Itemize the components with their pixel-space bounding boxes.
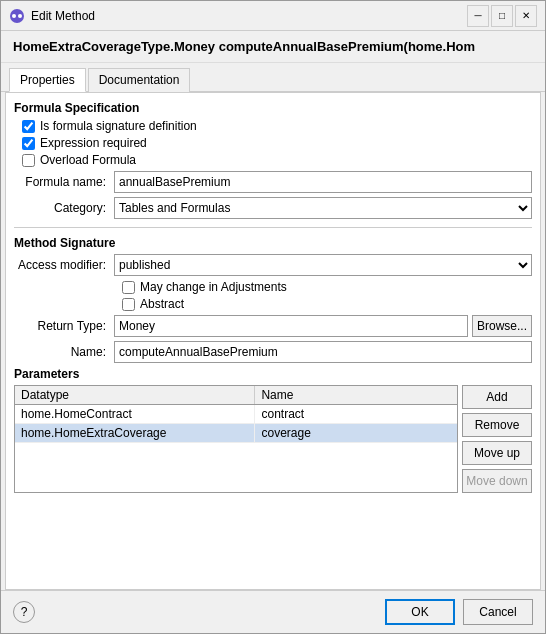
param-name-0: contract (255, 405, 457, 423)
parameters-header: Datatype Name (15, 386, 457, 405)
expression-required-row: Expression required (22, 136, 532, 150)
move-down-button[interactable]: Move down (462, 469, 532, 493)
overload-formula-label: Overload Formula (40, 153, 136, 167)
footer-left: ? (13, 601, 35, 623)
edit-method-dialog: Edit Method ─ □ ✕ HomeExtraCoverageType.… (0, 0, 546, 634)
tab-properties[interactable]: Properties (9, 68, 86, 92)
cancel-button[interactable]: Cancel (463, 599, 533, 625)
remove-button[interactable]: Remove (462, 413, 532, 437)
is-formula-signature-row: Is formula signature definition (22, 119, 532, 133)
overload-formula-row: Overload Formula (22, 153, 532, 167)
ok-button[interactable]: OK (385, 599, 455, 625)
separator-1 (14, 227, 532, 228)
parameters-table: Datatype Name home.HomeContract contract… (14, 385, 458, 493)
param-buttons: Add Remove Move up Move down (462, 385, 532, 493)
is-formula-signature-checkbox[interactable] (22, 120, 35, 133)
category-row: Category: Tables and Formulas None (14, 197, 532, 219)
browse-button[interactable]: Browse... (472, 315, 532, 337)
may-change-adjustments-checkbox[interactable] (122, 281, 135, 294)
window-controls: ─ □ ✕ (467, 5, 537, 27)
return-type-row: Return Type: Browse... (14, 315, 532, 337)
expression-required-label: Expression required (40, 136, 147, 150)
help-button[interactable]: ? (13, 601, 35, 623)
access-modifier-select[interactable]: published internal private (114, 254, 532, 276)
param-datatype-1: home.HomeExtraCoverage (15, 424, 255, 442)
name-row: Name: (14, 341, 532, 363)
abstract-row: Abstract (122, 297, 532, 311)
name-input[interactable] (114, 341, 532, 363)
return-type-input[interactable] (114, 315, 468, 337)
title-bar: Edit Method ─ □ ✕ (1, 1, 545, 31)
minimize-button[interactable]: ─ (467, 5, 489, 27)
add-button[interactable]: Add (462, 385, 532, 409)
dialog-icon (9, 8, 25, 24)
category-select[interactable]: Tables and Formulas None (114, 197, 532, 219)
dialog-footer: ? OK Cancel (1, 590, 545, 633)
category-label: Category: (14, 201, 114, 215)
access-modifier-label: Access modifier: (14, 258, 114, 272)
name-label: Name: (14, 345, 114, 359)
abstract-label: Abstract (140, 297, 184, 311)
formula-name-input[interactable] (114, 171, 532, 193)
maximize-button[interactable]: □ (491, 5, 513, 27)
formula-spec-section: Formula Specification Is formula signatu… (14, 101, 532, 219)
svg-point-2 (18, 14, 22, 18)
svg-point-1 (12, 14, 16, 18)
may-change-adjustments-label: May change in Adjustments (140, 280, 287, 294)
param-datatype-0: home.HomeContract (15, 405, 255, 423)
method-signature-header: HomeExtraCoverageType.Money computeAnnua… (1, 31, 545, 63)
access-modifier-row: Access modifier: published internal priv… (14, 254, 532, 276)
header-datatype: Datatype (15, 386, 255, 404)
parameters-label: Parameters (14, 367, 532, 381)
formula-name-row: Formula name: (14, 171, 532, 193)
may-change-adjustments-row: May change in Adjustments (122, 280, 532, 294)
dialog-title: Edit Method (31, 9, 467, 23)
formula-name-label: Formula name: (14, 175, 114, 189)
move-up-button[interactable]: Move up (462, 441, 532, 465)
close-button[interactable]: ✕ (515, 5, 537, 27)
footer-right: OK Cancel (385, 599, 533, 625)
parameters-table-container: Datatype Name home.HomeContract contract… (14, 385, 532, 493)
overload-formula-checkbox[interactable] (22, 154, 35, 167)
abstract-checkbox[interactable] (122, 298, 135, 311)
param-row-0[interactable]: home.HomeContract contract (15, 405, 457, 424)
method-signature-section-label: Method Signature (14, 236, 532, 250)
is-formula-signature-label: Is formula signature definition (40, 119, 197, 133)
param-name-1: coverage (255, 424, 457, 442)
tab-documentation[interactable]: Documentation (88, 68, 191, 92)
header-name: Name (255, 386, 457, 404)
param-row-1[interactable]: home.HomeExtraCoverage coverage (15, 424, 457, 443)
return-type-label: Return Type: (14, 319, 114, 333)
formula-spec-label: Formula Specification (14, 101, 532, 115)
method-signature-section: Method Signature Access modifier: publis… (14, 236, 532, 363)
parameters-section: Parameters Datatype Name home.HomeContra… (14, 367, 532, 493)
tab-content-properties: Formula Specification Is formula signatu… (5, 92, 541, 590)
expression-required-checkbox[interactable] (22, 137, 35, 150)
tab-bar: Properties Documentation (1, 63, 545, 92)
dialog-body: Properties Documentation Formula Specifi… (1, 63, 545, 590)
